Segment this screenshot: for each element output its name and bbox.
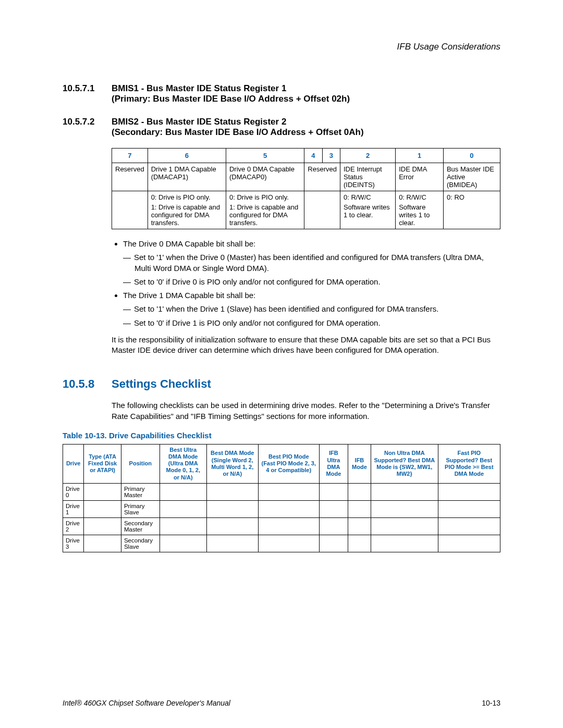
- dash-item: Set to '0' if Drive 0 is PIO only and/or…: [134, 277, 500, 287]
- dash-item: Set to '1' when the Drive 0 (Master) has…: [134, 252, 500, 274]
- cell: [258, 517, 319, 535]
- cell: 0: RO: [443, 191, 500, 229]
- cell-drive: Drive 3: [63, 535, 84, 552]
- cell: [160, 500, 206, 517]
- col-position: Position: [121, 444, 160, 483]
- col-non-ultra: Non Ultra DMA Supported? Best DMA Mode i…: [371, 444, 438, 483]
- cell: [348, 535, 371, 552]
- cell: IDE Interrupt Status (IDEINTS): [340, 163, 395, 191]
- cell: [304, 191, 340, 229]
- cell-drive: Drive 0: [63, 483, 84, 500]
- table-row: Drive 2 Secondary Master: [63, 517, 500, 535]
- cell: Drive 0 DMA Capable (DMACAP0): [226, 163, 304, 191]
- cell: 0: Drive is PIO only. 1: Drive is capabl…: [148, 191, 226, 229]
- cell-position: Secondary Slave: [121, 535, 160, 552]
- list-item: The Drive 0 DMA Capable bit shall be: Se…: [123, 239, 500, 287]
- cell: 0: R/W/C Software writes 1 to clear.: [396, 191, 444, 229]
- cell: [84, 500, 121, 517]
- cell: [206, 535, 258, 552]
- cell: [206, 483, 258, 500]
- cell: [319, 483, 348, 500]
- cell: [160, 517, 206, 535]
- cell: [84, 517, 121, 535]
- heading-line-2: (Secondary: Bus Master IDE Base I/O Addr…: [112, 127, 364, 137]
- heading-number: 10.5.8: [63, 377, 112, 391]
- footer: Intel® 460GX Chipset Software Developer'…: [63, 699, 500, 707]
- desc-line: Software writes 1 to clear.: [399, 203, 440, 227]
- cell: [258, 483, 319, 500]
- bitfield-table: 7 6 5 4 3 2 1 0 Reserved Drive 1 DMA Cap…: [112, 148, 500, 229]
- desc-line: Software writes 1 to clear.: [344, 203, 392, 219]
- cell: [371, 483, 438, 500]
- desc-line: 1: Drive is capable and configured for D…: [151, 203, 223, 227]
- table-row: Drive 0 Primary Master: [63, 483, 500, 500]
- cell: IDE DMA Error: [396, 163, 444, 191]
- cell: [348, 483, 371, 500]
- cell: [438, 483, 500, 500]
- cell: [112, 191, 148, 229]
- col-drive: Drive: [63, 444, 84, 483]
- dash-item: Set to '1' when the Drive 1 (Slave) has …: [134, 304, 500, 314]
- running-header: IFB Usage Considerations: [63, 42, 500, 52]
- footer-right: 10-13: [482, 699, 500, 707]
- cell: [371, 517, 438, 535]
- table-caption: Table 10-13. Drive Capabilities Checklis…: [63, 431, 500, 440]
- dash-list: Set to '1' when the Drive 0 (Master) has…: [123, 252, 500, 287]
- paragraph: The following checklists can be used in …: [112, 400, 500, 422]
- cell: [438, 535, 500, 552]
- list-item: The Drive 1 DMA Capable bit shall be: Se…: [123, 290, 500, 328]
- bit-col-4: 4: [304, 149, 322, 163]
- content: The following checklists can be used in …: [112, 400, 500, 422]
- col-type: Type (ATA Fixed Disk or ATAPI): [84, 444, 121, 483]
- cell: [206, 517, 258, 535]
- cell: 0: R/W/C Software writes 1 to clear.: [340, 191, 395, 229]
- col-fast-pio: Fast PIO Supported? Best PIO Mode >= Bes…: [438, 444, 500, 483]
- content: 7 6 5 4 3 2 1 0 Reserved Drive 1 DMA Cap…: [112, 148, 500, 355]
- footer-left: Intel® 460GX Chipset Software Developer'…: [63, 699, 230, 707]
- col-best-pio: Best PIO Mode (Fast PIO Mode 2, 3, 4 or …: [258, 444, 319, 483]
- heading-text: BMIS1 - Bus Master IDE Status Register 1…: [112, 83, 500, 104]
- cell: [160, 535, 206, 552]
- cell: [438, 500, 500, 517]
- heading-10-5-8: 10.5.8 Settings Checklist: [63, 377, 500, 391]
- heading-text: Settings Checklist: [112, 377, 500, 391]
- dash-list: Set to '1' when the Drive 1 (Slave) has …: [123, 304, 500, 328]
- heading-text: BMIS2 - Bus Master IDE Status Register 2…: [112, 117, 500, 138]
- desc-line: 1: Drive is capable and configured for D…: [229, 203, 301, 227]
- bit-col-6: 6: [148, 149, 226, 163]
- desc-line: 0: R/W/C: [399, 193, 440, 201]
- cell: [319, 535, 348, 552]
- bit-col-0: 0: [443, 149, 500, 163]
- cell: Reserved: [112, 163, 148, 191]
- checklist-table: Drive Type (ATA Fixed Disk or ATAPI) Pos…: [63, 444, 500, 552]
- bitfield-desc-row: 0: Drive is PIO only. 1: Drive is capabl…: [112, 191, 500, 229]
- desc-line: 0: Drive is PIO only.: [229, 193, 301, 201]
- cell: [84, 483, 121, 500]
- heading-10-5-7-2: 10.5.7.2 BMIS2 - Bus Master IDE Status R…: [63, 117, 500, 138]
- heading-10-5-7-1: 10.5.7.1 BMIS1 - Bus Master IDE Status R…: [63, 83, 500, 104]
- col-best-ultra: Best Ultra DMA Mode (Ultra DMA Mode 0, 1…: [160, 444, 206, 483]
- bit-col-5: 5: [226, 149, 304, 163]
- cell: [206, 500, 258, 517]
- bullet-text: The Drive 1 DMA Capable bit shall be:: [123, 291, 255, 300]
- desc-line: 0: R/W/C: [344, 193, 392, 201]
- bullet-text: The Drive 0 DMA Capable bit shall be:: [123, 239, 255, 248]
- col-ifb-mode: IFB Mode: [348, 444, 371, 483]
- cell: [84, 535, 121, 552]
- cell: [160, 483, 206, 500]
- paragraph: It is the responsibility of initializati…: [112, 335, 500, 356]
- bit-col-3: 3: [322, 149, 340, 163]
- cell: [371, 500, 438, 517]
- cell: Bus Master IDE Active (BMIDEA): [443, 163, 500, 191]
- col-ifb-ultra: IFB Ultra DMA Mode: [319, 444, 348, 483]
- cell: [258, 500, 319, 517]
- cell: Drive 1 DMA Capable (DMACAP1): [148, 163, 226, 191]
- checklist-header-row: Drive Type (ATA Fixed Disk or ATAPI) Pos…: [63, 444, 500, 483]
- cell-drive: Drive 2: [63, 517, 84, 535]
- cell: 0: Drive is PIO only. 1: Drive is capabl…: [226, 191, 304, 229]
- cell-position: Primary Slave: [121, 500, 160, 517]
- table-row: Drive 1 Primary Slave: [63, 500, 500, 517]
- cell: [371, 535, 438, 552]
- cell: Reserved: [304, 163, 340, 191]
- heading-number: 10.5.7.1: [63, 83, 112, 94]
